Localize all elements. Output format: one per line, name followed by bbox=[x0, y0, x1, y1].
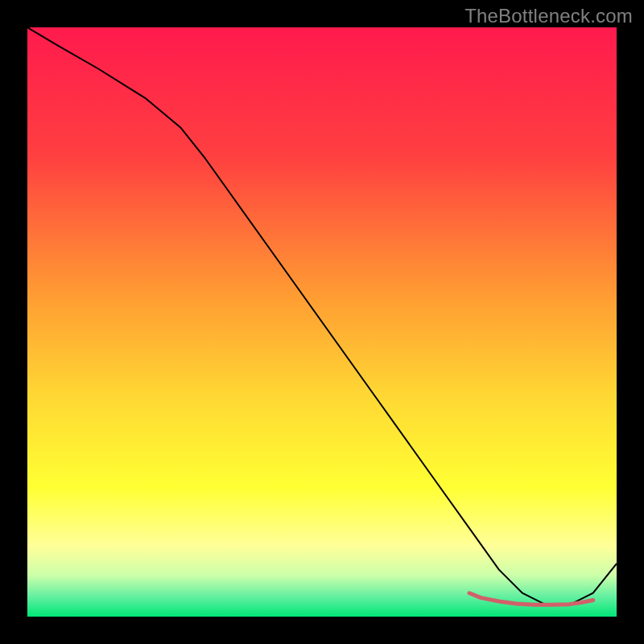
watermark-text: TheBottleneck.com bbox=[464, 5, 633, 27]
chart-svg bbox=[27, 27, 617, 617]
plot-area bbox=[27, 27, 617, 617]
chart-frame: TheBottleneck.com bbox=[0, 0, 644, 644]
